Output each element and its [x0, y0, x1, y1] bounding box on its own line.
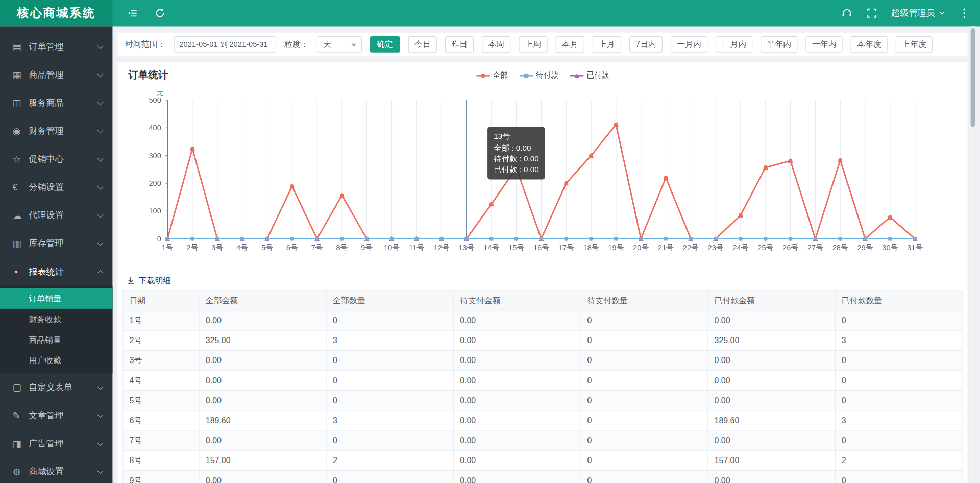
quick-range-button-7[interactable]: 一月内 [671, 36, 707, 53]
svg-text:28号: 28号 [832, 244, 848, 252]
menu-fold-icon[interactable] [127, 8, 138, 19]
quick-range-button-2[interactable]: 本周 [482, 36, 510, 53]
sidebar-item-11[interactable]: ◨广告管理 [0, 429, 112, 457]
date-range-input[interactable] [174, 36, 276, 53]
table-row: 4号0.0000.0000.000 [123, 371, 962, 391]
table-cell: 5号 [123, 391, 199, 410]
time-range-label: 时间范围： [125, 39, 166, 50]
order-management-icon: ▤ [12, 41, 27, 52]
page-scrollbar-thumb[interactable] [971, 28, 975, 127]
sidebar-item-7[interactable]: ▥库存管理 [0, 229, 112, 257]
sidebar-item-8[interactable]: ◔报表统计 [0, 257, 112, 285]
table-header-cell: 日期 [123, 291, 199, 310]
tooltip-line: 全部 : 0.00 [494, 143, 538, 154]
granularity-select[interactable]: 天 [317, 36, 362, 53]
article-management-icon: ✎ [12, 410, 27, 421]
table-cell: 0.00 [199, 310, 326, 330]
sidebar-item-3[interactable]: ◉财务管理 [0, 117, 112, 145]
quick-range-button-5[interactable]: 上月 [593, 36, 621, 53]
quick-range-button-0[interactable]: 今日 [408, 36, 437, 53]
sidebar-item-label: 自定义表单 [29, 382, 98, 393]
kebab-menu-icon[interactable] [959, 8, 970, 19]
legend-item-2[interactable]: 已付款 [570, 70, 609, 81]
quick-range-button-11[interactable]: 本年度 [851, 36, 888, 53]
sidebar-subitem-0[interactable]: 订单销量 [0, 288, 112, 308]
table-cell: 0 [835, 430, 962, 450]
table-cell: 0 [835, 371, 962, 391]
refresh-icon[interactable] [154, 8, 165, 19]
top-header: 核心商城系统 [0, 0, 980, 26]
user-menu[interactable]: 超级管理员 [891, 8, 945, 19]
table-cell: 0 [581, 371, 708, 391]
chevron-down-icon [97, 99, 103, 105]
caret-down-icon [939, 10, 945, 16]
sidebar-item-label: 财务管理 [29, 126, 98, 137]
table-row: 5号0.0000.0000.000 [123, 391, 962, 410]
custom-form-icon: ▢ [12, 382, 27, 393]
table-cell: 0 [835, 391, 962, 410]
sidebar-subitem-2[interactable]: 商品销量 [0, 329, 112, 350]
sidebar-item-4[interactable]: ☆促销中心 [0, 145, 112, 173]
distribution-settings-icon: € [12, 182, 27, 192]
quick-range-button-9[interactable]: 半年内 [761, 36, 797, 53]
sidebar-item-12[interactable]: ⚙商城设置 [0, 457, 112, 483]
sidebar-subitem-3[interactable]: 用户收藏 [0, 350, 112, 371]
quick-range-button-12[interactable]: 上年度 [896, 36, 933, 53]
svg-text:27号: 27号 [807, 244, 823, 252]
download-details-link[interactable]: 下载明细 [126, 275, 171, 286]
app-logo: 核心商城系统 [0, 0, 112, 26]
legend-label: 待付款 [536, 70, 558, 81]
table-cell: 0 [326, 371, 453, 391]
legend-item-1[interactable]: 待付款 [519, 70, 558, 81]
chevron-down-icon [97, 440, 103, 446]
sidebar-item-1[interactable]: ▦商品管理 [0, 61, 112, 89]
svg-text:14号: 14号 [483, 244, 499, 252]
table-header-cell: 待支付金额 [453, 291, 580, 310]
legend-item-0[interactable]: 全部 [476, 70, 507, 81]
sidebar-item-10[interactable]: ✎文章管理 [0, 401, 112, 429]
quick-range-button-8[interactable]: 三月内 [716, 36, 752, 53]
quick-range-button-6[interactable]: 7日内 [629, 36, 663, 53]
svg-text:19号: 19号 [608, 244, 624, 252]
table-cell: 0.00 [708, 430, 835, 450]
mall-settings-icon: ⚙ [12, 466, 27, 477]
header-right-actions: 超级管理员 [841, 0, 970, 26]
sidebar-item-6[interactable]: ☁代理设置 [0, 201, 112, 229]
stats-table: 日期全部金额全部数量待支付金额待支付数量已付款金额已付款数量 1号0.0000.… [122, 290, 963, 483]
svg-text:23号: 23号 [708, 244, 724, 252]
quick-range-button-4[interactable]: 本月 [556, 36, 584, 53]
table-cell: 0 [581, 330, 708, 350]
fullscreen-icon[interactable] [866, 8, 877, 19]
table-row: 8号157.0020.000157.002 [123, 450, 962, 470]
report-statistics-icon: ◔ [12, 267, 27, 277]
sidebar-item-9[interactable]: ▢自定义表单 [0, 373, 112, 401]
sidebar-item-label: 库存管理 [29, 238, 98, 249]
svg-text:400: 400 [149, 124, 161, 132]
headset-icon[interactable] [841, 8, 852, 19]
confirm-button[interactable]: 确定 [370, 36, 400, 53]
goods-management-icon: ▦ [12, 69, 27, 80]
sidebar-item-0[interactable]: ▤订单管理 [0, 33, 112, 61]
svg-text:2号: 2号 [187, 244, 199, 252]
table-cell: 325.00 [199, 330, 326, 350]
sidebar-subitem-1[interactable]: 财务收款 [0, 309, 112, 329]
sidebar-item-2[interactable]: ◫服务商品 [0, 89, 112, 117]
sidebar-item-5[interactable]: €分销设置 [0, 173, 112, 201]
main-content: 时间范围： 粒度： 天 确定 今日昨日本周上周本月上月7日内一月内三月内半年内一… [112, 26, 975, 483]
svg-text:21号: 21号 [658, 244, 674, 252]
svg-text:16号: 16号 [533, 244, 549, 252]
quick-range-button-1[interactable]: 昨日 [445, 36, 474, 53]
quick-range-button-3[interactable]: 上周 [519, 36, 547, 53]
legend-marker-icon [476, 75, 489, 76]
sidebar-item-label: 订单管理 [29, 41, 98, 52]
table-cell: 3 [326, 410, 453, 430]
svg-text:13号: 13号 [458, 244, 474, 252]
table-row: 6号189.6030.000189.603 [123, 410, 962, 430]
page-scrollbar-track[interactable] [970, 26, 975, 483]
chevron-down-icon [97, 127, 103, 133]
sidebar-submenu: 订单销量财务收款商品销量用户收藏 [0, 286, 112, 373]
sidebar-item-label: 商城设置 [29, 466, 98, 477]
quick-range-button-10[interactable]: 一年内 [806, 36, 843, 53]
table-cell: 0 [326, 430, 453, 450]
table-cell: 3 [835, 410, 962, 430]
